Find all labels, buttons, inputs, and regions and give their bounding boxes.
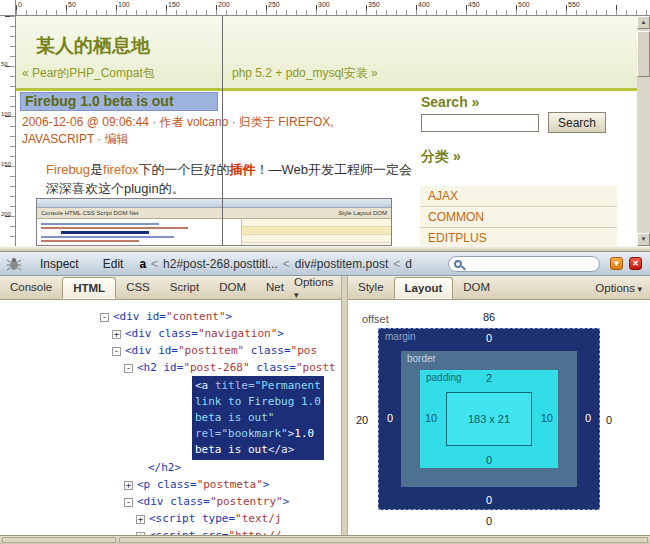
ruler-label: 50 [68,1,76,8]
tab-layout[interactable]: Layout [394,277,454,299]
tab-css[interactable]: CSS [116,277,160,298]
ruler-label: 150 [1,161,11,167]
firebug-screenshot-thumbnail: Console HTML CSS Script DOM Net Style La… [36,198,392,246]
tab-net[interactable]: Net [256,277,294,298]
tab-html[interactable]: HTML [62,277,116,299]
ruler-label: 150 [168,1,180,8]
firebug-search-input[interactable] [462,258,594,270]
tree-row[interactable]: +<script type="text/j [136,510,281,527]
thumbnail-tabs-right: Style Layout DOM [338,208,387,218]
status-field-left [2,537,116,543]
firebug-toolbar: Inspect Edit a<h2#post-268.posttitl...<d… [0,252,650,276]
close-button[interactable]: ✕ [629,257,642,270]
collapse-icon[interactable]: - [124,364,133,373]
detach-window-button[interactable]: ▾ [610,257,623,270]
tree-row[interactable]: -<div id="postitem" class="pos [112,342,317,359]
ruler-label: 100 [118,1,130,8]
margin-left-value: 0 [387,412,393,424]
ruler-label: 0 [18,1,22,8]
post-meta-line1: 2006-12-06 @ 09:06:44 · 作者 volcano · 归类于… [22,114,334,131]
inspect-button[interactable]: Inspect [40,257,79,271]
breadcrumb-item[interactable]: d [405,257,412,271]
breadcrumb-separator: < [151,257,158,271]
selected-tree-node[interactable]: <a title="Permanent link to Firebug 1.0 … [192,376,324,460]
thumbnail-tabs-left: Console HTML CSS Script DOM Net [41,208,138,218]
status-field-right [119,537,648,543]
tree-row[interactable]: </h2> [148,459,181,476]
scroll-up-icon[interactable]: ▲ [637,16,650,29]
post-link[interactable]: Firebug [46,162,90,177]
html-tree-panel: -<div id="content">+<div class="navigati… [0,300,341,535]
expand-icon[interactable]: + [124,481,133,490]
sidebar-search-heading: Search » [421,94,479,110]
category-item[interactable]: AJAX [420,186,617,207]
collapse-icon[interactable]: - [112,347,121,356]
ruler-label: 250 [268,1,280,8]
tab-dom[interactable]: DOM [209,277,256,298]
offset-top-value: 86 [378,311,600,323]
right-panel-tabbar: StyleLayoutDOM Options [348,276,650,300]
tab-style[interactable]: Style [348,277,394,298]
tab-script[interactable]: Script [160,277,209,298]
tree-row[interactable]: +<script src="http:// [136,527,281,535]
tab-console[interactable]: Console [0,277,62,298]
scroll-down-icon[interactable]: ▼ [637,233,650,246]
breadcrumb-item[interactable]: div#postitem.post [295,257,388,271]
ruler-label: 400 [418,1,430,8]
post-link[interactable]: 插件 [229,162,255,177]
edit-button[interactable]: Edit [103,257,124,271]
right-panel-options[interactable]: Options [595,282,650,294]
ruler-label: 100 [1,111,11,117]
tree-row[interactable]: -<h2 id="post-268" class="postt [124,359,336,376]
offset-bottom-value: 0 [378,515,600,527]
padding-top-value: 2 [420,372,558,384]
firebug-panel: Inspect Edit a<h2#post-268.posttitl...<d… [0,246,650,544]
border-label: border [407,353,436,364]
browser-viewport: 050100150200250300350400450500550 501001… [0,0,650,246]
padding-left-value: 10 [425,412,437,424]
expand-icon[interactable]: + [136,515,145,524]
ruler-guide-line [222,16,223,246]
margin-right-value: 0 [585,412,591,424]
tree-row[interactable]: +<div class="navigation"> [112,325,284,342]
offset-right-value: 0 [606,414,612,426]
tree-row[interactable]: +<p class="postmeta"> [124,476,269,493]
expand-icon[interactable]: + [112,330,121,339]
margin-bottom-value: 0 [379,494,599,506]
margin-box: margin 0 0 0 0 border padding 2 0 10 10 … [378,328,600,510]
firebug-bug-icon [6,257,22,271]
sidebar-search-button[interactable]: Search [548,112,606,133]
thumbnail-tree-area [37,219,242,246]
blog-header: 某人的栖息地 « Pear的PHP_Compat包 php 5.2 + pdo_… [16,16,637,91]
collapse-icon[interactable]: - [124,498,133,507]
sidebar-search-input[interactable] [421,114,539,132]
panel-vertical-splitter[interactable] [341,276,348,535]
prev-post-link[interactable]: « Pear的PHP_Compat包 [22,65,155,82]
ruler-label: 350 [368,1,380,8]
collapse-icon[interactable]: - [100,313,109,322]
ruler-label: 550 [568,1,580,8]
category-item[interactable]: COMMON [420,207,617,228]
post-link[interactable]: firefox [103,162,138,177]
left-panel-options[interactable]: Options [294,276,342,300]
ruler-corner [0,0,16,16]
padding-box: padding 2 0 10 10 183 x 21 [420,370,558,468]
thumbnail-toolbar [37,199,391,208]
margin-top-value: 0 [379,332,599,344]
ruler-horizontal: 050100150200250300350400450500550 [16,0,650,16]
search-icon [454,260,462,268]
breadcrumb-item[interactable]: h2#post-268.posttitl... [163,257,278,271]
breadcrumb-item[interactable]: a [139,257,146,271]
tree-row[interactable]: -<div id="content"> [100,308,232,325]
padding-right-value: 10 [541,412,553,424]
category-item[interactable]: EDITPLUS [420,228,617,246]
left-panel-tabbar: ConsoleHTMLCSSScriptDOMNet Options [0,276,341,300]
page-scrollbar[interactable]: ▲ ▼ [637,16,650,246]
post-title-inspect-highlight[interactable]: Firebug 1.0 beta is out [20,92,218,111]
firebug-search-box[interactable] [448,256,600,272]
next-post-link[interactable]: php 5.2 + pdo_mysql安装 » [232,65,378,82]
padding-bottom-value: 0 [420,454,558,466]
scrollbar-thumb[interactable] [637,31,650,77]
tree-row[interactable]: -<div class="postentry"> [124,493,289,510]
tab-dom[interactable]: DOM [453,277,500,298]
